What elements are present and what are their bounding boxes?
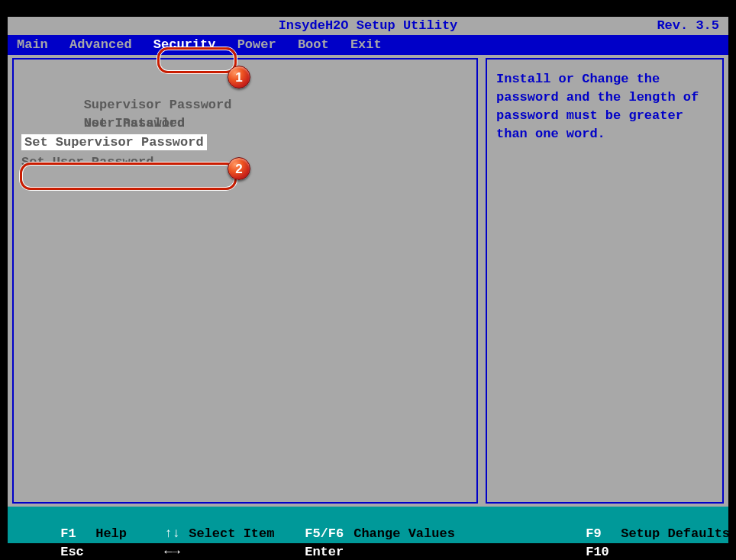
menu-security[interactable]: Security xyxy=(152,35,218,55)
revision-text: Rev. 3.5 xyxy=(657,17,719,35)
bios-screen: InsydeH2O Setup Utility Rev. 3.5 Main Ad… xyxy=(8,17,728,543)
hint-select-menu: Select Menu xyxy=(189,543,305,560)
hint-save-exit: Save and Exit xyxy=(621,543,722,560)
badge-2-icon: 2 xyxy=(228,157,250,180)
menu-exit[interactable]: Exit xyxy=(349,35,383,55)
annotation-badge-2: 2 xyxy=(228,157,250,180)
footer-row-1: F1Help↑↓Select ItemF5/F6Change ValuesF9S… xyxy=(14,507,722,525)
help-text: Install or Change the password and the l… xyxy=(496,70,715,143)
menu-main[interactable]: Main xyxy=(15,35,50,55)
menu-advanced[interactable]: Advanced xyxy=(68,35,134,55)
key-f1: F1 xyxy=(60,525,95,543)
key-f9: F9 xyxy=(586,525,621,543)
hint-help: Help xyxy=(95,525,164,543)
annotation-badge-1: 1 xyxy=(228,66,250,89)
badge-1-icon: 1 xyxy=(228,66,250,89)
hint-change-values: Change Values xyxy=(353,525,586,543)
key-esc: Esc xyxy=(60,543,95,560)
key-f10: F10 xyxy=(586,543,621,560)
key-f5f6: F5/F6 xyxy=(305,525,353,543)
supervisor-password-label: Supervisor Password xyxy=(84,96,267,114)
hint-select-submenu: Select ▸ SubMenu xyxy=(353,543,586,560)
hint-setup-defaults: Setup Defaults xyxy=(621,525,730,543)
hint-select-item: Select Item xyxy=(189,525,305,543)
settings-panel: Supervisor Password Not Installed User P… xyxy=(12,58,478,504)
help-panel: Install or Change the password and the l… xyxy=(486,58,724,504)
set-user-password-label: Set User Password xyxy=(21,155,153,169)
content-area: Supervisor Password Not Installed User P… xyxy=(12,58,724,504)
key-enter: Enter xyxy=(305,543,353,560)
menu-boot[interactable]: Boot xyxy=(296,35,331,55)
set-supervisor-password-label: Set Supervisor Password xyxy=(21,134,207,150)
hint-exit: Exit xyxy=(95,543,164,560)
set-supervisor-password-item[interactable]: Set Supervisor Password xyxy=(21,133,469,153)
key-leftright: ←→ xyxy=(164,543,189,560)
key-updown: ↑↓ xyxy=(164,525,189,543)
title-text: InsydeH2O Setup Utility xyxy=(8,17,728,35)
title-bar: InsydeH2O Setup Utility Rev. 3.5 xyxy=(8,17,728,35)
menu-power[interactable]: Power xyxy=(236,35,278,55)
user-password-label: User Password xyxy=(84,114,267,133)
footer-hints: F1Help↑↓Select ItemF5/F6Change ValuesF9S… xyxy=(8,507,728,543)
menu-bar: Main Advanced Security Power Boot Exit xyxy=(8,35,728,55)
